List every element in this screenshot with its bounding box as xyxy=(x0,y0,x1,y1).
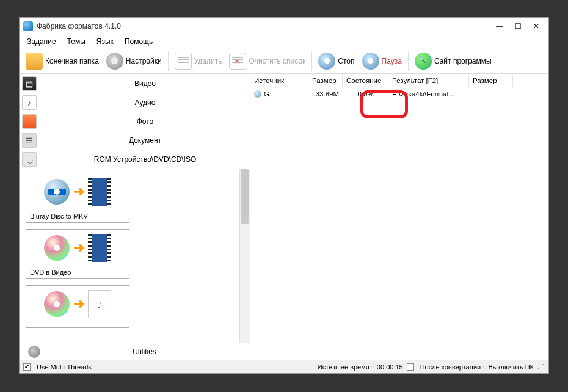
photo-icon[interactable] xyxy=(22,114,37,129)
after-label: После конвертации : xyxy=(420,363,485,371)
presets-area: ➜ Bluray Disc to MKV ➜ DVD в Видео xyxy=(20,169,250,343)
menu-themes[interactable]: Темы xyxy=(62,36,90,47)
stop-button[interactable]: Стоп xyxy=(315,51,358,71)
preset-label xyxy=(26,322,129,327)
col-state[interactable]: Состояние xyxy=(343,74,388,87)
cell-size: 33.89M xyxy=(308,89,343,99)
clear-icon xyxy=(229,53,246,70)
col-size[interactable]: Размер xyxy=(308,74,343,87)
website-button[interactable]: Сайт программы xyxy=(411,51,495,71)
after-checkbox[interactable] xyxy=(407,363,414,371)
cell-size2 xyxy=(469,93,513,95)
dvd-disc-icon xyxy=(44,235,70,261)
preset-list: ➜ Bluray Disc to MKV ➜ DVD в Видео xyxy=(20,169,239,343)
category-audio[interactable]: Аудио xyxy=(40,93,250,112)
gear-icon xyxy=(28,346,40,358)
music-file-icon: ♪ xyxy=(88,290,111,318)
category-rom[interactable]: ROM Устройство\DVD\CD\ISO xyxy=(40,150,250,169)
utilities-button[interactable]: Utilities xyxy=(20,343,250,360)
scrollbar-thumb[interactable] xyxy=(241,169,249,224)
category-panel: ▤ ♪ ☰ ◡ Видео Аудио Фото Документ ROM Ус… xyxy=(20,74,250,169)
category-labels: Видео Аудио Фото Документ ROM Устройство… xyxy=(40,74,250,169)
resize-grip[interactable]: ⋰ xyxy=(537,363,545,371)
menubar: Задание Темы Язык Помощь xyxy=(20,35,548,48)
multithread-label: Use Multi-Threads xyxy=(37,363,92,371)
delete-icon xyxy=(175,53,192,70)
audio-icon[interactable]: ♪ xyxy=(22,95,37,110)
folder-icon xyxy=(26,53,43,70)
window-title: Фабрика форматов 4.1.0 xyxy=(37,22,121,31)
output-folder-button[interactable]: Конечная папка xyxy=(22,51,103,71)
document-icon[interactable]: ☰ xyxy=(22,133,37,148)
status-bar: ✔ Use Multi-Threads Истекшее время : 00:… xyxy=(20,360,548,373)
film-icon xyxy=(88,234,111,262)
globe-icon xyxy=(415,53,432,70)
col-source[interactable]: Источник xyxy=(250,74,308,87)
rom-icon[interactable]: ◡ xyxy=(22,152,37,167)
elapsed-value: 00:00:15 xyxy=(377,363,403,371)
menu-help[interactable]: Помощь xyxy=(120,36,158,47)
menu-language[interactable]: Язык xyxy=(92,36,118,47)
multithread-checkbox[interactable]: ✔ xyxy=(23,363,31,371)
preset-disc-audio[interactable]: ➜ ♪ xyxy=(26,285,129,328)
menu-task[interactable]: Задание xyxy=(22,36,61,47)
arrow-icon: ➜ xyxy=(73,296,84,312)
after-action: Выключить ПК xyxy=(488,363,534,371)
separator xyxy=(408,51,409,71)
preset-dvd-video[interactable]: ➜ DVD в Видео xyxy=(26,229,129,279)
maximize-button[interactable]: ☐ xyxy=(509,20,526,32)
col-size2[interactable]: Размер xyxy=(469,74,513,87)
preset-bluray-mkv[interactable]: ➜ Bluray Disc to MKV xyxy=(26,173,129,223)
task-list-panel: Источник Размер Состояние Результат [F2]… xyxy=(250,74,548,360)
stop-icon xyxy=(318,53,335,70)
category-icons: ▤ ♪ ☰ ◡ xyxy=(20,74,40,169)
table-row[interactable]: G: 33.89M 0.0% E:\zaka4ki\Format... xyxy=(250,87,548,101)
disc-icon xyxy=(254,90,261,98)
scrollbar[interactable] xyxy=(239,169,250,343)
arrow-icon: ➜ xyxy=(73,240,84,256)
gear-icon xyxy=(106,53,123,70)
preset-label: Bluray Disc to MKV xyxy=(26,210,129,222)
pause-button[interactable]: Пауза xyxy=(359,51,406,71)
cell-state: 0.0% xyxy=(343,89,388,99)
film-icon xyxy=(88,178,111,206)
elapsed-label: Истекшее время : xyxy=(318,363,373,371)
pause-icon xyxy=(362,53,379,70)
close-button[interactable]: ✕ xyxy=(528,20,545,32)
minimize-button[interactable]: — xyxy=(491,20,508,32)
arrow-icon: ➜ xyxy=(73,184,84,200)
cell-result: E:\zaka4ki\Format... xyxy=(388,89,469,99)
disc-icon xyxy=(44,291,70,317)
separator xyxy=(311,51,312,71)
delete-button[interactable]: Удалить xyxy=(171,51,226,71)
separator xyxy=(168,51,169,71)
category-video[interactable]: Видео xyxy=(40,74,250,93)
table-header: Источник Размер Состояние Результат [F2]… xyxy=(250,74,548,87)
toolbar: Конечная папка Настройки Удалить Очистит… xyxy=(20,48,548,74)
preset-label: DVD в Видео xyxy=(26,266,129,278)
app-icon xyxy=(23,21,33,31)
category-document[interactable]: Документ xyxy=(40,131,250,150)
app-window: Фабрика форматов 4.1.0 — ☐ ✕ Задание Тем… xyxy=(19,17,549,374)
cell-source: G: xyxy=(250,89,308,99)
bluray-disc-icon xyxy=(44,179,70,205)
col-result[interactable]: Результат [F2] xyxy=(388,74,469,87)
category-photo[interactable]: Фото xyxy=(40,112,250,131)
body: ▤ ♪ ☰ ◡ Видео Аудио Фото Документ ROM Ус… xyxy=(20,74,548,360)
clear-list-button[interactable]: Очистить список xyxy=(225,51,309,71)
video-icon[interactable]: ▤ xyxy=(22,76,37,91)
settings-button[interactable]: Настройки xyxy=(103,51,166,71)
sidebar: ▤ ♪ ☰ ◡ Видео Аудио Фото Документ ROM Ус… xyxy=(20,74,250,360)
titlebar: Фабрика форматов 4.1.0 — ☐ ✕ xyxy=(20,18,548,35)
